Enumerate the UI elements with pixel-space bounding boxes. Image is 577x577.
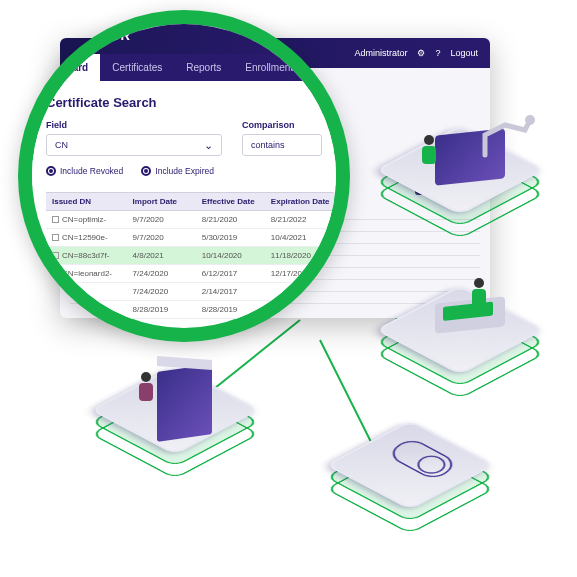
kiosk-icon [157, 364, 212, 442]
tab-reports[interactable]: Reports [174, 54, 233, 81]
include-revoked-radio[interactable]: Include Revoked [46, 166, 123, 176]
main-tabs: DashboardCertificatesReportsEnrollmentWo… [24, 54, 344, 81]
robot-arm-icon [475, 105, 545, 175]
table-row[interactable]: CN=optimiz-9/7/20208/21/20208/21/2022 [46, 211, 334, 229]
tab-certificates[interactable]: Certificates [100, 54, 174, 81]
results-table: Issued DNImport DateEffective DateExpira… [46, 192, 334, 319]
certificate-search-panel: Certificate Search Field CN ⌄ Comparison… [24, 81, 344, 186]
include-expired-radio[interactable]: Include Expired [141, 166, 214, 176]
device-platform-conveyor [400, 270, 550, 420]
comparison-select[interactable]: contains [242, 134, 322, 156]
gear-icon[interactable]: ⚙ [417, 48, 425, 58]
comparison-label: Comparison [242, 120, 322, 130]
tab-enrollment[interactable]: Enrollment [233, 54, 305, 81]
device-platform-kiosk [115, 350, 265, 500]
panel-title: Certificate Search [46, 95, 322, 110]
logout-link[interactable]: Logout [450, 48, 478, 58]
row-checkbox-icon[interactable] [52, 216, 59, 223]
table-header: Issued DNImport DateEffective DateExpira… [46, 193, 334, 211]
column-header[interactable]: Effective Date [196, 193, 265, 210]
table-row[interactable]: 7/24/20202/14/2017 [46, 283, 334, 301]
table-row[interactable]: CN=leonard2-7/24/20206/12/201712/17/2020 [46, 265, 334, 283]
table-row[interactable]: CN=12590e-9/7/20205/30/201910/4/2021 [46, 229, 334, 247]
column-header[interactable]: Expiration Date [265, 193, 334, 210]
column-header[interactable]: Import Date [127, 193, 196, 210]
field-label: Field [46, 120, 222, 130]
device-platform-remote [350, 405, 500, 555]
radio-icon [141, 166, 151, 176]
chevron-down-icon: ⌄ [204, 139, 213, 152]
help-icon[interactable]: ? [435, 48, 440, 58]
row-checkbox-icon[interactable] [52, 252, 59, 259]
device-platform-manufacturing [400, 110, 550, 260]
row-checkbox-icon[interactable] [52, 234, 59, 241]
row-checkbox-icon[interactable] [52, 270, 59, 277]
svg-point-0 [525, 115, 535, 125]
column-header[interactable]: Issued DN [46, 193, 127, 210]
radio-icon [46, 166, 56, 176]
magnifier-lens: KEYFACTOR DashboardCertificatesReportsEn… [18, 10, 350, 342]
table-row[interactable]: CN=88c3d7f-4/8/202110/14/202011/18/2020 [46, 247, 334, 265]
user-label: Administrator [354, 48, 407, 58]
field-select[interactable]: CN ⌄ [46, 134, 222, 156]
